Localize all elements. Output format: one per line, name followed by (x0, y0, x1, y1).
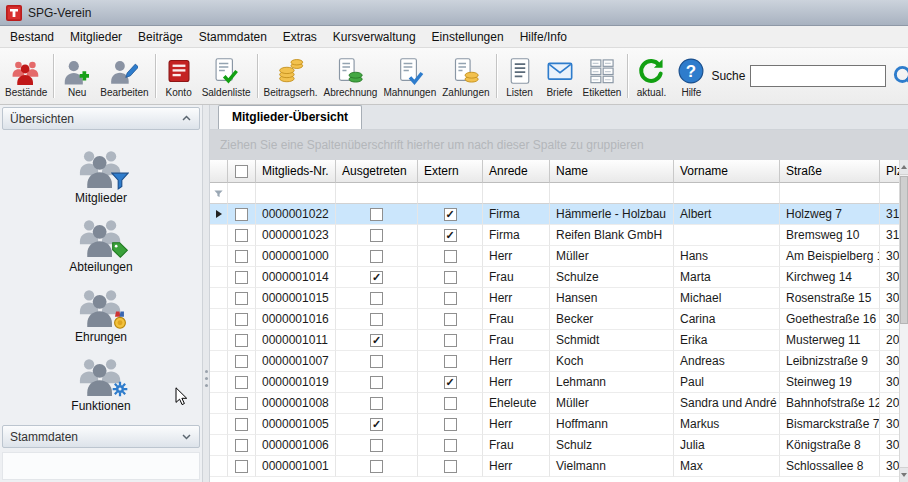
cell-ausgetreten[interactable] (336, 204, 418, 225)
cell-ausgetreten[interactable] (336, 393, 418, 414)
sidebar-section-stammdaten[interactable]: Stammdaten (2, 425, 200, 448)
cell-extern[interactable]: ✓ (418, 225, 483, 246)
row-select-cell[interactable] (228, 267, 256, 288)
table-row[interactable]: 0000001011✓FrauSchmidtErikaMusterweg 112… (210, 330, 899, 351)
cell-ausgetreten[interactable] (336, 246, 418, 267)
cell-ausgetreten[interactable]: ✓ (336, 267, 418, 288)
extern-checkbox[interactable] (444, 334, 457, 347)
table-row[interactable]: 0000001022✓FirmaHämmerle - HolzbauAlbert… (210, 204, 899, 225)
menu-item-stammdaten[interactable]: Stammdaten (191, 27, 275, 47)
toolbar-button-beitragserh[interactable]: Beitragserh. (261, 50, 321, 102)
table-row[interactable]: 0000001000HerrMüllerHansAm Beispielberg … (210, 246, 899, 267)
ausgetreten-checkbox[interactable]: ✓ (370, 418, 383, 431)
menu-item-bestand[interactable]: Bestand (2, 27, 62, 47)
row-select-cell[interactable] (228, 330, 256, 351)
cell-extern[interactable] (418, 456, 483, 477)
toolbar-button-neu[interactable]: Neu (57, 50, 97, 102)
extern-checkbox[interactable]: ✓ (444, 229, 457, 242)
row-select-cell[interactable] (228, 204, 256, 225)
extern-checkbox[interactable] (444, 460, 457, 473)
row-select-checkbox[interactable] (235, 313, 248, 326)
column-header-plz[interactable]: Plz (880, 160, 899, 183)
group-by-bar[interactable]: Ziehen Sie eine Spaltenüberschrift hierh… (210, 130, 908, 160)
toolbar-button-saldenliste[interactable]: Saldenliste (199, 50, 254, 102)
row-select-cell[interactable] (228, 225, 256, 246)
cell-ausgetreten[interactable]: ✓ (336, 414, 418, 435)
extern-checkbox[interactable]: ✓ (444, 208, 457, 221)
extern-checkbox[interactable] (444, 271, 457, 284)
extern-checkbox[interactable] (444, 355, 457, 368)
cell-ausgetreten[interactable] (336, 435, 418, 456)
filter-cell[interactable] (780, 183, 880, 204)
ausgetreten-checkbox[interactable] (370, 397, 383, 410)
sidebar-item-ehrungen[interactable]: Ehrungen (75, 283, 127, 344)
cell-extern[interactable]: ✓ (418, 204, 483, 225)
row-select-cell[interactable] (228, 372, 256, 393)
cell-ausgetreten[interactable]: ✓ (336, 330, 418, 351)
sidebar-item-funktionen[interactable]: Funktionen (71, 352, 130, 413)
row-select-cell[interactable] (228, 309, 256, 330)
ausgetreten-checkbox[interactable] (370, 355, 383, 368)
ausgetreten-checkbox[interactable] (370, 229, 383, 242)
extern-checkbox[interactable] (444, 418, 457, 431)
toolbar-button-bestaende[interactable]: Bestände (2, 50, 50, 102)
table-row[interactable]: 0000001008EheleuteMüllerSandra und André… (210, 393, 899, 414)
row-select-cell[interactable] (228, 351, 256, 372)
sidebar-item-abteilungen[interactable]: Abteilungen (69, 213, 132, 274)
cell-ausgetreten[interactable] (336, 288, 418, 309)
filter-cell[interactable] (880, 183, 899, 204)
column-header-ausgetreten[interactable]: Ausgetreten (336, 160, 418, 183)
toolbar-button-etiketten[interactable]: Etiketten (580, 50, 625, 102)
column-header-anrede[interactable]: Anrede (483, 160, 550, 183)
column-header-extern[interactable]: Extern (418, 160, 483, 183)
toolbar-button-listen[interactable]: Listen (500, 50, 540, 102)
scroll-up-button[interactable] (900, 160, 908, 175)
cell-ausgetreten[interactable] (336, 351, 418, 372)
row-select-cell[interactable] (228, 393, 256, 414)
cell-extern[interactable] (418, 435, 483, 456)
cell-extern[interactable] (418, 288, 483, 309)
toolbar-button-bearbeiten[interactable]: Bearbeiten (97, 50, 151, 102)
row-select-cell[interactable] (228, 288, 256, 309)
table-row[interactable]: 0000001014✓FrauSchulzeMartaKirchweg 1430… (210, 267, 899, 288)
filter-cell[interactable] (483, 183, 550, 204)
sidebar-section-uebersichten[interactable]: Übersichten (2, 107, 200, 130)
ausgetreten-checkbox[interactable]: ✓ (370, 334, 383, 347)
row-select-checkbox[interactable] (235, 418, 248, 431)
row-select-checkbox[interactable] (235, 334, 248, 347)
ausgetreten-checkbox[interactable] (370, 460, 383, 473)
toolbar-button-hilfe[interactable]: ?Hilfe (671, 50, 711, 102)
cell-ausgetreten[interactable] (336, 309, 418, 330)
cell-extern[interactable] (418, 393, 483, 414)
ausgetreten-checkbox[interactable] (370, 292, 383, 305)
table-row[interactable]: 0000001006FrauSchulzJuliaKönigstraße 830… (210, 435, 899, 456)
toolbar-button-briefe[interactable]: Briefe (540, 50, 580, 102)
filter-cell[interactable] (674, 183, 780, 204)
row-select-checkbox[interactable] (235, 208, 248, 221)
scrollbar-thumb[interactable] (900, 176, 908, 324)
cell-extern[interactable] (418, 414, 483, 435)
ausgetreten-checkbox[interactable] (370, 313, 383, 326)
menu-item-einstellungen[interactable]: Einstellungen (424, 27, 512, 47)
cell-extern[interactable] (418, 267, 483, 288)
row-select-checkbox[interactable] (235, 376, 248, 389)
vertical-scrollbar[interactable] (899, 160, 908, 482)
select-all-checkbox[interactable] (235, 165, 248, 178)
ausgetreten-checkbox[interactable] (370, 376, 383, 389)
search-input[interactable] (750, 65, 886, 87)
row-select-checkbox[interactable] (235, 355, 248, 368)
splitter[interactable] (203, 105, 210, 482)
ausgetreten-checkbox[interactable] (370, 439, 383, 452)
ausgetreten-checkbox[interactable] (370, 208, 383, 221)
scroll-down-button[interactable] (900, 467, 908, 482)
table-row[interactable]: 0000001001HerrVielmannMaxSchlossallee 83… (210, 456, 899, 477)
row-select-checkbox[interactable] (235, 439, 248, 452)
extern-checkbox[interactable] (444, 439, 457, 452)
cell-extern[interactable] (418, 330, 483, 351)
toolbar-button-abrechnung[interactable]: Abrechnung (320, 50, 380, 102)
row-select-cell[interactable] (228, 456, 256, 477)
cell-extern[interactable] (418, 309, 483, 330)
cell-ausgetreten[interactable] (336, 225, 418, 246)
cell-ausgetreten[interactable] (336, 372, 418, 393)
tab-mitglieder-uebersicht[interactable]: Mitglieder-Übersicht (218, 105, 362, 129)
